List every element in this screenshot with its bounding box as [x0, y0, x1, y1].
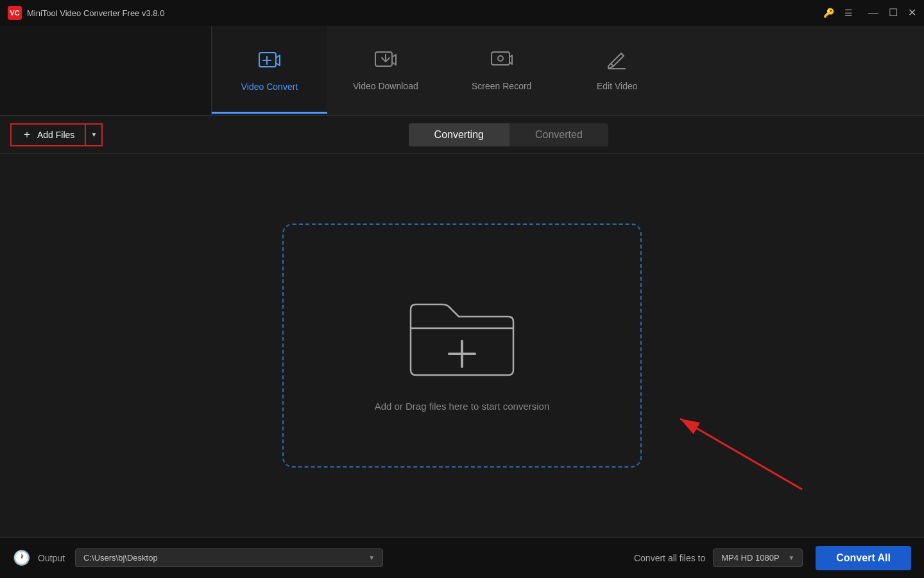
- app-logo: VC: [8, 6, 22, 20]
- convert-all-button[interactable]: Convert All: [816, 546, 911, 570]
- tab-edit-video[interactable]: Edit Video: [560, 26, 675, 115]
- output-path[interactable]: C:\Users\bj\Desktop ▼: [75, 548, 383, 567]
- tab-screen-record-label: Screen Record: [472, 81, 531, 91]
- convert-all-files-label: Convert all files to: [634, 553, 705, 563]
- titlebar: VC MiniTool Video Converter Free v3.8.0 …: [0, 0, 924, 26]
- converting-tab[interactable]: Converting: [409, 123, 509, 146]
- add-files-dropdown[interactable]: ▼: [85, 123, 103, 146]
- output-clock-icon[interactable]: 🕐: [13, 550, 30, 566]
- svg-point-3: [498, 56, 503, 61]
- close-button[interactable]: ✕: [908, 8, 916, 18]
- format-select[interactable]: MP4 HD 1080P ▼: [713, 548, 803, 567]
- add-files-button[interactable]: ＋ Add Files: [10, 123, 85, 146]
- screen-record-icon: [490, 48, 513, 74]
- add-files-plus-icon: ＋: [22, 128, 32, 141]
- main-content: Add or Drag files here to start conversi…: [0, 154, 924, 537]
- output-path-text: C:\Users\bj\Desktop: [83, 553, 368, 563]
- tab-edit-video-label: Edit Video: [597, 81, 638, 91]
- drop-zone[interactable]: Add or Drag files here to start conversi…: [282, 223, 642, 468]
- nav-bar: Video Convert Video Download: [0, 26, 924, 116]
- format-select-value: MP4 HD 1080P: [721, 553, 783, 563]
- nav-tabs: Video Convert Video Download: [212, 26, 924, 115]
- app-title: MiniTool Video Converter Free v3.8.0: [27, 8, 164, 18]
- restore-button[interactable]: ☐: [889, 8, 898, 18]
- svg-rect-2: [492, 52, 509, 65]
- bottom-bar: 🕐 Output C:\Users\bj\Desktop ▼ Convert a…: [0, 537, 924, 578]
- tab-screen-record[interactable]: Screen Record: [444, 26, 560, 115]
- window-controls: — ☐ ✕: [868, 8, 916, 18]
- tab-video-download-label: Video Download: [353, 81, 418, 91]
- titlebar-left: VC MiniTool Video Converter Free v3.8.0: [8, 6, 164, 20]
- toolbar: ＋ Add Files ▼ Converting Converted: [0, 116, 924, 154]
- folder-icon: [398, 280, 526, 385]
- arrow-annotation: [616, 380, 809, 498]
- converted-tab[interactable]: Converted: [509, 123, 608, 146]
- output-path-dropdown-icon: ▼: [368, 554, 375, 561]
- tab-video-convert[interactable]: Video Convert: [212, 26, 327, 115]
- titlebar-controls: 🔑 ☰ — ☐ ✕: [823, 8, 916, 18]
- nav-sidebar: [0, 26, 212, 115]
- hamburger-icon[interactable]: ☰: [844, 8, 853, 18]
- add-files-group: ＋ Add Files ▼: [10, 123, 103, 146]
- edit-video-icon: [606, 48, 629, 74]
- output-label: Output: [38, 553, 65, 563]
- dropdown-arrow-icon: ▼: [90, 131, 97, 138]
- tab-switch: Converting Converted: [409, 123, 608, 146]
- tab-video-download[interactable]: Video Download: [327, 26, 444, 115]
- video-convert-icon: [258, 49, 281, 75]
- add-files-label: Add Files: [37, 130, 74, 140]
- tab-video-convert-label: Video Convert: [241, 82, 298, 92]
- format-select-arrow-icon: ▼: [788, 554, 794, 561]
- minimize-button[interactable]: —: [868, 8, 878, 18]
- video-download-icon: [374, 48, 397, 74]
- key-icon[interactable]: 🔑: [823, 8, 834, 18]
- drop-text: Add or Drag files here to start conversi…: [375, 401, 550, 412]
